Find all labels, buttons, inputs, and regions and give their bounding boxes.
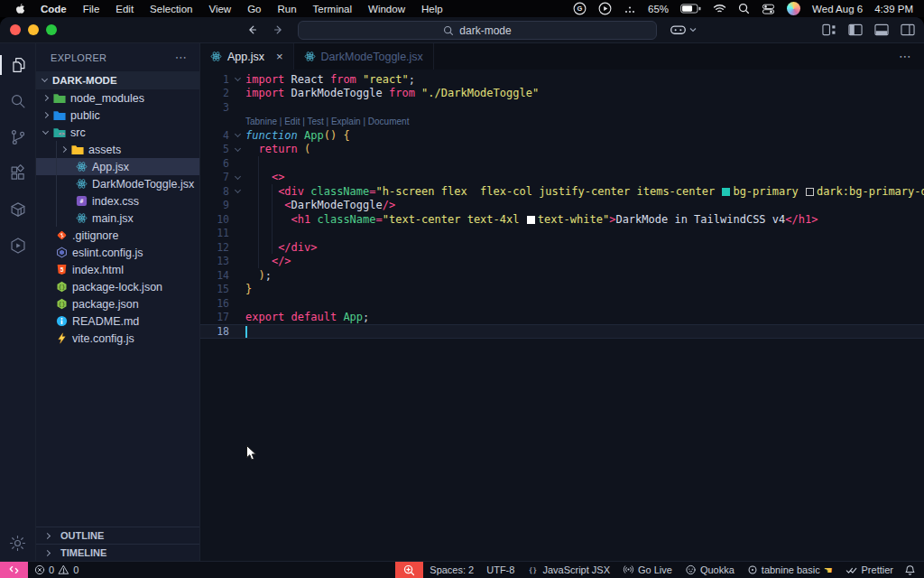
outline-section[interactable]: OUTLINE [36, 527, 199, 544]
play-circle-icon[interactable] [598, 2, 612, 15]
menu-item-window[interactable]: Window [360, 4, 413, 14]
copilot-menu[interactable] [670, 23, 697, 36]
menu-item-view[interactable]: View [200, 4, 239, 14]
tree-item-darkmodetoggle.jsx[interactable]: DarkModeToggle.jsx [36, 175, 199, 192]
explorer-more-actions[interactable]: ⋯ [175, 51, 187, 64]
cube-icon [8, 200, 28, 219]
fold-gutter[interactable] [229, 190, 245, 192]
code-editor[interactable]: 1import React from "react";2import DarkM… [200, 70, 924, 561]
status-notifications[interactable] [900, 564, 924, 576]
tree-item-.gitignore[interactable]: .gitignore [36, 227, 199, 244]
activity-explorer[interactable] [0, 47, 36, 83]
titlebar: dark-mode [0, 17, 924, 43]
tree-item-node_modules[interactable]: node_modules [36, 89, 199, 107]
line-number: 15 [200, 283, 229, 295]
fold-chevron-icon[interactable] [234, 131, 240, 137]
user-avatar[interactable] [787, 2, 800, 15]
control-center-icon[interactable] [762, 3, 775, 15]
fold-gutter[interactable] [229, 176, 245, 179]
toggle-sidebar-icon[interactable] [848, 23, 863, 36]
project-section-header[interactable]: DARK-MODE [36, 71, 199, 89]
forward-icon[interactable] [272, 23, 285, 36]
activity-extensions[interactable] [0, 155, 36, 191]
tree-item-app.jsx[interactable]: App.jsx [36, 158, 199, 175]
tree-item-src[interactable]: <>src [36, 124, 199, 141]
token: function [245, 129, 304, 142]
activity-hexagon-play[interactable] [0, 228, 36, 264]
status-encoding[interactable]: UTF-8 [480, 564, 521, 575]
status-problems[interactable]: 00 [28, 564, 85, 575]
status-quokka[interactable]: Quokka [679, 564, 741, 575]
activity-cube[interactable] [0, 191, 36, 228]
back-icon[interactable] [245, 23, 259, 36]
window-controls[interactable] [0, 24, 57, 35]
fold-chevron-icon[interactable] [234, 75, 240, 81]
activity-search[interactable] [0, 83, 36, 119]
toggle-secondary-sidebar-icon[interactable] [901, 23, 915, 36]
activity-source-control[interactable] [0, 119, 36, 155]
token: ( [304, 143, 310, 155]
token: "react" [363, 73, 409, 86]
zoom-window-button[interactable] [46, 24, 57, 35]
tree-item-assets[interactable]: assets [36, 141, 199, 158]
tree-item-package-lock.json[interactable]: {}package-lock.json [36, 278, 199, 295]
toggle-panel-icon[interactable] [874, 23, 889, 36]
line-number: 7 [200, 171, 229, 183]
spotlight-search-icon[interactable] [738, 3, 750, 14]
tree-item-label: public [70, 109, 100, 122]
fold-chevron-icon[interactable] [234, 187, 240, 193]
status-prettier[interactable]: Prettier [839, 564, 900, 575]
editor-more-actions[interactable]: ⋯ [899, 49, 911, 63]
status-go-live[interactable]: Go Live [616, 564, 679, 575]
fold-gutter[interactable] [229, 148, 245, 151]
code-line-6: 6 [200, 156, 924, 171]
grammarly-icon[interactable]: G [573, 2, 587, 15]
tab-close-icon[interactable]: × [276, 50, 283, 63]
customize-layout-icon[interactable] [822, 23, 836, 36]
status-language[interactable]: {}JavaScript JSX [521, 564, 616, 575]
tab-app.jsx[interactable]: App.jsx× [200, 43, 294, 70]
tree-item-eslint.config.js[interactable]: eslint.config.js [36, 244, 199, 261]
fold-gutter[interactable] [229, 134, 245, 136]
fold-chevron-icon[interactable] [234, 173, 240, 180]
chevron-down-icon [689, 27, 697, 33]
token: DarkMode in TailwindCSS v4 [615, 213, 785, 226]
status-tabnine[interactable]: tabnine basic☚ [741, 564, 839, 576]
code-line-17: 17export default App; [200, 311, 924, 325]
menu-item-go[interactable]: Go [239, 4, 269, 14]
status-remote-indicator[interactable] [0, 562, 28, 578]
menu-item-selection[interactable]: Selection [142, 4, 200, 14]
tree-item-readme.md[interactable]: README.md [36, 312, 199, 330]
menubar-app-name[interactable]: Code [32, 4, 75, 14]
tree-item-index.css[interactable]: #index.css [36, 192, 199, 210]
tabnine-dots-icon[interactable] [624, 4, 636, 14]
menu-item-file[interactable]: File [75, 4, 108, 14]
codelens-actions[interactable]: Tabnine | Edit | Test | Explain | Docume… [200, 115, 924, 129]
minimize-window-button[interactable] [28, 24, 39, 35]
tree-item-index.html[interactable]: 5index.html [36, 261, 199, 278]
menu-item-edit[interactable]: Edit [107, 4, 142, 14]
status-highlight-button[interactable] [395, 562, 423, 578]
close-window-button[interactable] [10, 24, 21, 35]
tree-item-main.jsx[interactable]: main.jsx [36, 210, 199, 227]
mouse-cursor [245, 444, 257, 465]
menu-item-terminal[interactable]: Terminal [305, 4, 360, 14]
timeline-section[interactable]: TIMELINE [36, 544, 199, 561]
fold-gutter[interactable] [229, 78, 245, 80]
menu-item-run[interactable]: Run [269, 4, 304, 14]
apple-logo-icon[interactable] [7, 3, 32, 15]
chevron-down-icon [42, 127, 49, 134]
tree-item-public[interactable]: public [36, 107, 199, 124]
fold-chevron-icon[interactable] [234, 145, 240, 152]
tree-item-vite.config.js[interactable]: vite.config.js [36, 330, 199, 347]
check-double-icon [845, 565, 858, 575]
activity-gear[interactable] [0, 525, 36, 561]
tree-item-label: README.md [72, 315, 139, 328]
wifi-icon[interactable] [713, 4, 726, 14]
status-spaces[interactable]: Spaces: 2 [423, 564, 480, 575]
search-icon [443, 25, 454, 36]
tab-darkmodetoggle.jsx[interactable]: DarkModeToggle.jsx [294, 43, 434, 70]
command-center-search[interactable]: dark-mode [298, 21, 657, 40]
menu-item-help[interactable]: Help [413, 4, 451, 14]
tree-item-package.json[interactable]: {}package.json [36, 295, 199, 312]
